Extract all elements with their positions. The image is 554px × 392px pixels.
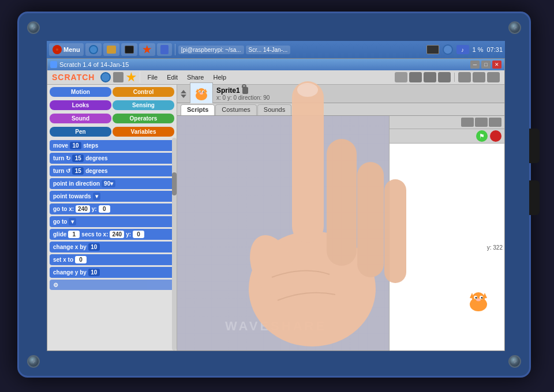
operators-category[interactable]: Operators xyxy=(113,114,174,123)
battery-label: 1 % xyxy=(473,46,484,53)
costumes-tab[interactable]: Costumes xyxy=(215,104,257,115)
stage-view-icon-1[interactable] xyxy=(461,118,474,127)
scratch-icon xyxy=(143,45,152,54)
scratch-window-button[interactable]: Scr... 14-Jan-... xyxy=(246,46,291,54)
set-x-label: set x to xyxy=(53,257,73,263)
stage-view-icons xyxy=(461,118,501,127)
window-controls: ─ □ ✕ xyxy=(470,61,501,69)
sprite-nav-down[interactable] xyxy=(181,95,186,98)
goto-x-param[interactable]: 240 xyxy=(76,205,90,213)
minimize-button[interactable]: ─ xyxy=(470,61,480,69)
change-x-param[interactable]: 10 xyxy=(88,243,100,251)
point-towards-block[interactable]: point towards ▾ xyxy=(50,191,174,202)
goto-block[interactable]: go to ▾ xyxy=(50,216,174,227)
goto-y-label: y: xyxy=(92,206,97,212)
change-y-block[interactable]: change y by 10 xyxy=(50,267,174,278)
sep2 xyxy=(454,73,455,82)
control-category[interactable]: Control xyxy=(113,87,174,97)
share-menu[interactable]: Share xyxy=(184,73,207,82)
screw-br xyxy=(508,355,521,368)
connector-right-1 xyxy=(529,129,540,163)
sound-category[interactable]: Sound xyxy=(50,114,111,123)
turn-ccw-label: turn ↺ xyxy=(53,168,70,174)
star-icon[interactable] xyxy=(126,72,136,82)
scripts-tab[interactable]: Scripts xyxy=(181,104,215,115)
zoom-in-icon[interactable] xyxy=(409,72,422,82)
stage-display[interactable]: y: 322 xyxy=(390,144,504,350)
turn-ccw-block[interactable]: turn ↺ 15 degrees xyxy=(50,165,174,176)
middle-right-area: Sprite1 x: 0 y: 0 direction: 90 Scripts … xyxy=(177,85,504,350)
glide-secs-param[interactable]: 1 xyxy=(68,231,80,238)
set-y-block[interactable]: ⚙ xyxy=(50,280,174,290)
help-menu[interactable]: Help xyxy=(209,73,230,82)
zoom-full-icon[interactable] xyxy=(438,72,451,82)
scrollbar-thumb[interactable] xyxy=(172,172,177,195)
screw-tl xyxy=(27,21,40,34)
menu-button[interactable]: Menu xyxy=(49,43,84,56)
turn-cw-param[interactable]: 15 xyxy=(72,154,84,162)
filemanager-button[interactable] xyxy=(103,43,119,56)
save-icon[interactable] xyxy=(113,72,123,82)
scratch-launch-button[interactable] xyxy=(139,43,155,56)
stop-button[interactable] xyxy=(490,130,501,142)
glide-to-label: secs to x: xyxy=(81,231,108,238)
maximize-button[interactable]: □ xyxy=(481,61,491,69)
point-direction-block[interactable]: point in direction 90▾ xyxy=(50,178,174,189)
lock-shackle xyxy=(242,84,246,88)
change-y-param[interactable]: 10 xyxy=(88,269,100,276)
change-x-block[interactable]: change x by 10 xyxy=(50,242,174,252)
glide-block[interactable]: glide 1 secs to x: 240 y: 0 xyxy=(50,229,174,240)
variables-category[interactable]: Variables xyxy=(113,127,174,137)
glide-x-param[interactable]: 240 xyxy=(110,231,124,238)
taskbar-separator-1 xyxy=(175,44,175,55)
scratch-main: Motion Control Looks Sensing Sound Opera… xyxy=(47,85,504,350)
set-x-param[interactable]: 0 xyxy=(75,256,87,263)
sprite-nav-up[interactable] xyxy=(181,90,186,93)
bluetooth-button[interactable] xyxy=(157,43,172,56)
goto-y-param[interactable]: 0 xyxy=(99,205,110,213)
terminal-button[interactable] xyxy=(121,43,137,56)
glide-y-param[interactable]: 0 xyxy=(133,231,144,238)
goto2-param[interactable]: ▾ xyxy=(69,218,76,225)
point-dir-param[interactable]: 90▾ xyxy=(102,180,115,187)
goto-label: go to x: xyxy=(53,206,74,212)
close-button[interactable]: ✕ xyxy=(492,61,501,69)
blocks-list-container: move 10 steps turn ↻ 15 degrees turn ↺ xyxy=(47,138,177,350)
view3-icon[interactable] xyxy=(487,72,500,82)
screw-bl xyxy=(27,355,40,368)
file-menu[interactable]: File xyxy=(144,73,161,82)
turn-cw-block[interactable]: turn ↻ 15 degrees xyxy=(50,153,174,164)
terminal-window-button[interactable]: [pi@raspberrypi: ~/sa... xyxy=(178,46,244,54)
point-towards-param[interactable]: ▾ xyxy=(93,193,100,200)
scripts-area[interactable] xyxy=(177,116,389,350)
stage-view-icon-3[interactable] xyxy=(489,118,501,127)
set-x-block[interactable]: set x to 0 xyxy=(50,254,174,265)
looks-category[interactable]: Looks xyxy=(50,100,111,110)
motion-category[interactable]: Motion xyxy=(50,87,111,97)
view2-icon[interactable] xyxy=(473,72,485,82)
globe-icon[interactable] xyxy=(100,72,111,82)
zoom-fit-icon[interactable] xyxy=(424,72,436,82)
sounds-tab[interactable]: Sounds xyxy=(257,104,291,115)
turn-cw-label: turn ↻ xyxy=(53,155,70,161)
edit-menu[interactable]: Edit xyxy=(163,73,181,82)
goto-xy-block[interactable]: go to x: 240 y: 0 xyxy=(50,203,174,214)
browser-button[interactable] xyxy=(85,43,102,56)
turn-ccw-param[interactable]: 15 xyxy=(72,167,84,175)
set-y-partial: ⚙ xyxy=(53,282,58,288)
pen-category[interactable]: Pen xyxy=(50,127,111,137)
display-icon xyxy=(426,45,439,54)
glide-y-label: y: xyxy=(126,231,131,238)
blocks-scrollbar[interactable] xyxy=(172,138,177,350)
point-dir-label: point in direction xyxy=(53,180,100,187)
stage-y-value: y: 322 xyxy=(487,244,503,250)
sensing-category[interactable]: Sensing xyxy=(113,100,174,110)
change-x-label: change x by xyxy=(53,244,87,250)
window-icon xyxy=(50,61,57,68)
move-param[interactable]: 10 xyxy=(70,142,81,149)
goto2-label: go to xyxy=(53,218,67,225)
move-block[interactable]: move 10 steps xyxy=(50,140,174,151)
stage-view-icon-2[interactable] xyxy=(475,118,488,127)
view1-icon[interactable] xyxy=(458,72,471,82)
green-flag-button[interactable]: ⚑ xyxy=(476,130,488,142)
